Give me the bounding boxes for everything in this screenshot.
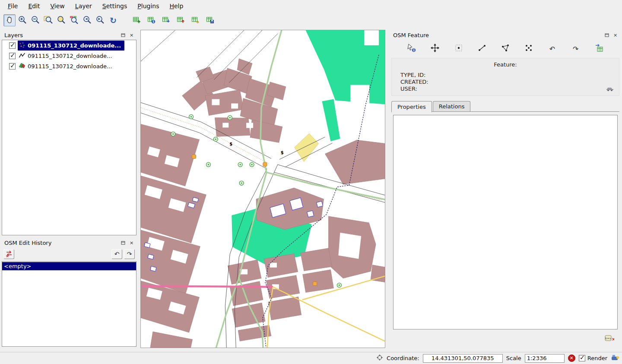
scale-input[interactable] [525,354,565,363]
osm-download-button[interactable] [160,14,172,26]
menu-file[interactable]: File [3,1,22,11]
render-checkbox[interactable] [579,355,585,361]
key-value-icon[interactable]: k=v× [605,335,614,343]
clear-history-button[interactable]: × [3,249,14,259]
render-label: Render [587,355,607,361]
svg-text:×: × [6,254,9,258]
svg-text:×: × [612,337,614,342]
history-item-empty[interactable]: <empty> [2,262,136,270]
osm-save-button[interactable] [204,14,216,26]
osm-upload-icon [177,16,185,25]
projection-icon[interactable] [611,354,619,363]
osm-import-button[interactable] [189,14,201,26]
zoom-selection-button[interactable] [55,14,67,26]
zoom-full-button[interactable] [42,14,54,26]
feature-redo-button[interactable]: ↷ [570,43,581,54]
layer-checkbox[interactable] [9,42,16,49]
feature-undo-button[interactable]: ↶ [547,43,558,54]
coordinate-capture-icon[interactable] [376,354,383,362]
zoom-in-button[interactable] [16,14,29,26]
move-feature-icon [430,43,440,54]
redo-button[interactable]: ↷ [124,249,135,259]
osm-save-icon [206,16,214,25]
history-item-label: <empty> [4,263,32,269]
osm-load-button[interactable] [130,14,143,26]
zoom-layer-button[interactable] [68,14,80,26]
menu-help[interactable]: Help [165,1,187,11]
tab-relations[interactable]: Relations [433,101,471,112]
osm-feature-panel: OSM Feature × i ↶ ↷ Feature: TYPE, I [390,30,621,347]
undo-button[interactable]: ↶ [111,249,122,259]
pan-button[interactable] [3,14,16,26]
osm-upload-button[interactable] [175,14,187,26]
zoom-full-icon [44,15,53,26]
osm-load-icon [133,16,141,25]
currency-marker: $ [229,142,232,146]
zoom-last-button[interactable] [81,14,93,26]
svg-text:i: i [413,48,415,52]
layers-close-button[interactable]: × [128,32,135,38]
layer-row-lines[interactable]: 091115_130712_downloade... [2,51,136,61]
tab-properties[interactable]: Properties [391,101,432,112]
svg-text:k=v: k=v [605,337,611,340]
map-canvas[interactable]: $ $ [140,30,385,348]
create-point-button[interactable] [453,43,464,54]
menu-settings[interactable]: Settings [98,1,131,11]
feature-table-button[interactable] [593,43,605,54]
feature-tabs: Properties Relations [391,100,471,112]
feature-type-id-label: TYPE, ID: [400,72,619,79]
menu-edit[interactable]: Edit [24,1,44,11]
create-relation-button[interactable] [523,43,534,54]
identify-feature-button[interactable]: i [406,43,417,54]
feature-preview-icon [606,85,614,93]
history-float-button[interactable] [120,240,126,246]
move-feature-button[interactable] [429,43,441,54]
osm-feature-manager-button[interactable]: i [145,14,157,26]
properties-pane [391,111,619,331]
clear-history-icon: × [5,249,13,259]
main-toolbar: ↻ i [0,12,622,28]
create-polygon-icon [501,43,510,54]
zoom-layer-icon [70,15,79,26]
pan-hand-icon [5,16,14,25]
create-point-icon [454,43,463,54]
layer-row-polygons[interactable]: 091115_130712_downloade... [2,61,136,71]
polygon-layer-icon [19,62,25,70]
history-close-button[interactable]: × [128,240,135,246]
stop-render-button[interactable]: ✕ [568,355,575,362]
feature-toolbar: i ↶ ↷ [390,41,621,56]
line-layer-icon [19,52,25,60]
layer-checkbox[interactable] [9,63,16,70]
currency-marker: $ [281,150,284,155]
history-toolbar: × ↶ ↷ [2,247,136,260]
create-polygon-button[interactable] [500,43,511,54]
menu-layer[interactable]: Layer [71,1,96,11]
osm-download-icon [162,16,170,25]
zoom-next-button[interactable] [94,14,106,26]
history-panel-titlebar: OSM Edit History × [1,238,137,247]
feature-close-button[interactable]: × [612,32,619,38]
zoom-selection-icon [57,15,66,26]
redo-icon: ↷ [127,250,132,257]
point-layer-icon [19,41,25,50]
layer-row-points[interactable]: 091115_130712_downloade... [2,40,136,51]
coordinate-label: Coordinate: [387,355,419,361]
create-relation-icon [524,43,533,54]
osm-import-icon [191,16,200,25]
properties-table[interactable] [393,115,618,329]
layer-checkbox[interactable] [9,53,16,59]
menu-plugins[interactable]: Plugins [133,1,163,11]
zoom-out-button[interactable] [29,14,41,26]
layers-float-button[interactable] [120,32,126,38]
osm-edit-history-panel: OSM Edit History × × ↶ ↷ <empty> [1,238,137,348]
menu-view[interactable]: View [46,1,69,11]
feature-float-button[interactable] [603,32,610,38]
coordinate-input[interactable] [423,354,503,363]
identify-feature-icon: i [407,43,416,54]
refresh-button[interactable]: ↻ [107,14,119,26]
create-line-button[interactable] [476,43,488,54]
feature-created-label: CREATED: [400,79,619,85]
feature-user-label: USER: [400,85,619,92]
create-line-icon [477,43,487,54]
zoom-in-icon [18,15,27,26]
